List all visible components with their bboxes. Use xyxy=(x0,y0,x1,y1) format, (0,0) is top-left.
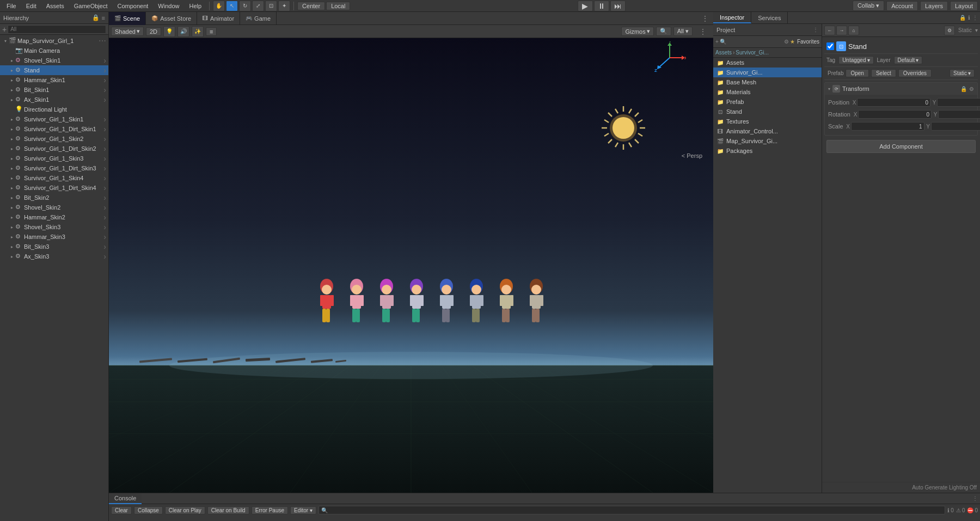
proj-survivor[interactable]: 📁 Survivor_Gi... xyxy=(713,68,822,77)
tool-scale[interactable]: ⤢ xyxy=(252,1,264,11)
layout-button[interactable]: Layout xyxy=(950,1,978,11)
scale-y-input[interactable] xyxy=(931,122,980,131)
insp-home-btn[interactable]: ⌂ xyxy=(848,26,859,35)
menu-help[interactable]: Help xyxy=(185,2,206,10)
static-badge[interactable]: Static ▾ xyxy=(950,69,975,77)
layer-value-dropdown[interactable]: Default ▾ xyxy=(894,56,923,64)
console-error-pause-btn[interactable]: Error Pause xyxy=(252,506,288,514)
position-x-input[interactable] xyxy=(857,98,930,107)
hierarchy-dots[interactable]: ≡ xyxy=(102,15,105,21)
proj-assets[interactable]: 📁 Assets xyxy=(713,58,822,68)
prefab-open-btn[interactable]: Open xyxy=(846,69,868,77)
position-y-input[interactable] xyxy=(937,98,980,107)
pause-button[interactable]: ⏸ xyxy=(594,1,609,11)
hier-shovel1-dots[interactable]: › xyxy=(103,56,106,65)
hier-ax3-dots[interactable]: › xyxy=(103,252,106,261)
tool-rotate[interactable]: ↻ xyxy=(239,1,251,11)
transform-lock-icon[interactable]: 🔒 xyxy=(960,86,967,92)
tool-transform[interactable]: ✦ xyxy=(278,1,290,11)
hier-ax1-dots[interactable]: › xyxy=(103,95,106,104)
hier-item-scene[interactable]: ▾ 🎬 Map_Survivor_Girl_1 ⋯ xyxy=(0,36,108,46)
hier-ax-skin3[interactable]: ▸ ⚙ Ax_Skin3 › xyxy=(0,252,108,261)
tab-services[interactable]: Services xyxy=(751,12,788,23)
hier-sg1s1-dots[interactable]: › xyxy=(103,115,106,124)
hier-bit-skin1[interactable]: ▸ ⚙ Bit_Skin1 › xyxy=(0,85,108,95)
proj-prefab[interactable]: 📁 Prefab xyxy=(713,97,822,107)
scene-search-btn[interactable]: 🔍 xyxy=(656,27,671,36)
hier-sg1d1-dots[interactable]: › xyxy=(103,125,106,133)
hier-hammar-skin3[interactable]: ▸ ⚙ Hammar_Skin3 › xyxy=(0,232,108,242)
layers-button[interactable]: Layers xyxy=(920,1,948,11)
hier-hammar3-dots[interactable]: › xyxy=(103,232,106,241)
project-add-btn[interactable]: + xyxy=(715,39,719,45)
tab-animator[interactable]: 🎞 Animator xyxy=(197,12,240,25)
hier-sg1d4[interactable]: ▸ ⚙ Survivor_Girl_1_Dirt_Skin4 › xyxy=(0,183,108,193)
prefab-overrides-btn[interactable]: Overrides xyxy=(898,69,932,77)
insp-settings-btn[interactable]: ⚙ xyxy=(944,26,955,35)
hier-shovel-skin2[interactable]: ▸ ⚙ Shovel_Skin2 › xyxy=(0,203,108,212)
hier-shovel-skin3[interactable]: ▸ ⚙ Shovel_Skin3 › xyxy=(0,222,108,232)
hier-sg1d3-dots[interactable]: › xyxy=(103,164,106,173)
prefab-select-btn[interactable]: Select xyxy=(871,69,896,77)
hier-bit1-dots[interactable]: › xyxy=(103,85,106,94)
object-active-checkbox[interactable] xyxy=(826,42,834,50)
hier-shovel2-dots[interactable]: › xyxy=(103,203,106,212)
hier-sg1s4-dots[interactable]: › xyxy=(103,174,106,182)
console-collapse-btn[interactable]: Collapse xyxy=(134,506,163,514)
tab-inspector[interactable]: Inspector xyxy=(713,12,751,23)
insp-forward-btn[interactable]: → xyxy=(836,26,847,35)
hier-main-camera[interactable]: 📷 Main Camera xyxy=(0,46,108,56)
rotation-y-input[interactable] xyxy=(938,110,980,119)
hier-sg1d2-dots[interactable]: › xyxy=(103,144,106,153)
scene-tabs-menu[interactable]: ⋮ xyxy=(697,14,713,23)
tool-rect[interactable]: ⊡ xyxy=(265,1,277,11)
hier-shovel-skin1[interactable]: ▸ ⚙ Shovel_Skin1 › xyxy=(0,56,108,65)
hier-hammar2-dots[interactable]: › xyxy=(103,213,106,222)
hier-sg1s3[interactable]: ▸ ⚙ Survivor_Girl_1_Skin3 › xyxy=(0,154,108,163)
menu-edit[interactable]: Edit xyxy=(22,2,41,10)
scene-viewport[interactable]: < Persp xyxy=(109,38,713,493)
proj-materials[interactable]: 📁 Materials xyxy=(713,87,822,97)
account-button[interactable]: Account xyxy=(886,1,918,11)
add-component-button[interactable]: Add Component xyxy=(826,140,976,153)
menu-file[interactable]: File xyxy=(2,2,21,10)
proj-base-mesh[interactable]: 📁 Base Mesh xyxy=(713,77,822,87)
project-dots[interactable]: ⋮ xyxy=(813,27,818,33)
hier-stand-dots[interactable]: › xyxy=(103,66,106,75)
hier-shovel3-dots[interactable]: › xyxy=(103,223,106,231)
hier-bit-skin3[interactable]: ▸ ⚙ Bit_Skin3 › xyxy=(0,242,108,252)
console-clear-on-build-btn[interactable]: Clear on Build xyxy=(207,506,249,514)
hier-sg1d2[interactable]: ▸ ⚙ Survivor_Girl_1_Dirt_Skin2 › xyxy=(0,144,108,154)
proj-animator[interactable]: 🎞 Animator_Control... xyxy=(713,126,822,136)
proj-textures[interactable]: 📁 Textures xyxy=(713,117,822,126)
hier-sg1s4[interactable]: ▸ ⚙ Survivor_Girl_1_Skin4 › xyxy=(0,173,108,183)
inspector-lock-icon[interactable]: 🔒 xyxy=(959,15,966,21)
insp-back-btn[interactable]: ← xyxy=(824,26,835,35)
step-button[interactable]: ⏭ xyxy=(610,1,626,11)
inspector-dots-icon[interactable]: ⋮ xyxy=(972,15,978,21)
local-toggle[interactable]: Local xyxy=(326,2,350,10)
menu-component[interactable]: Component xyxy=(113,2,152,10)
center-toggle[interactable]: Center xyxy=(297,2,325,10)
hier-sg1d4-dots[interactable]: › xyxy=(103,183,106,192)
hier-dir-light[interactable]: 💡 Directional Light xyxy=(0,105,108,114)
menu-gameobject[interactable]: GameObject xyxy=(70,2,112,10)
transform-header[interactable]: ▾ ⟳ Transform 🔒 ⚙ xyxy=(825,83,977,95)
hier-hammar-skin1[interactable]: ▸ ⚙ Hammar_Skin1 › xyxy=(0,75,108,85)
hier-hammar1-dots[interactable]: › xyxy=(103,76,106,84)
console-editor-dropdown[interactable]: Editor ▾ xyxy=(290,506,316,514)
project-settings-btn[interactable]: ⚙ xyxy=(784,39,789,45)
console-clear-on-play-btn[interactable]: Clear on Play xyxy=(165,506,205,514)
scene-all-btn[interactable]: All ▾ xyxy=(673,27,693,36)
hierarchy-search[interactable] xyxy=(8,25,106,34)
play-button[interactable]: ▶ xyxy=(578,1,593,11)
hier-ax-skin1[interactable]: ▸ ⚙ Ax_Skin1 › xyxy=(0,95,108,105)
tool-hand[interactable]: ✋ xyxy=(213,1,225,11)
transform-settings-icon[interactable]: ⚙ xyxy=(969,86,974,92)
console-search-input[interactable] xyxy=(318,506,945,514)
console-clear-btn[interactable]: Clear xyxy=(111,506,132,514)
hier-bit-skin2[interactable]: ▸ ⚙ Bit_Skin2 › xyxy=(0,193,108,203)
hier-scene-dots[interactable]: ⋯ xyxy=(99,36,106,45)
scene-audio-btn[interactable]: 🔊 xyxy=(177,26,189,37)
hier-hammar-skin2[interactable]: ▸ ⚙ Hammar_Skin2 › xyxy=(0,212,108,222)
